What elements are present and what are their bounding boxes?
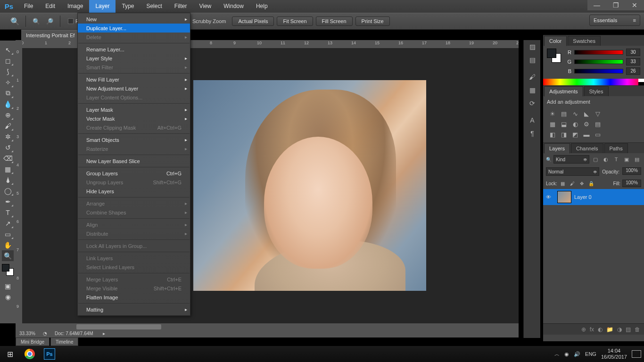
menu-layer[interactable]: Layer	[89, 0, 116, 13]
adj-photo-filter-icon[interactable]: ◐	[570, 119, 581, 129]
menuitem-vector-mask[interactable]: Vector Mask	[78, 114, 190, 123]
filter-shape-icon[interactable]: ▣	[622, 155, 631, 164]
menuitem-matting[interactable]: Matting	[78, 305, 190, 314]
tab-adjustments[interactable]: Adjustments	[544, 86, 583, 97]
adj-posterize-icon[interactable]: ◨	[558, 129, 570, 140]
character-panel-icon[interactable]: A	[524, 114, 541, 127]
brush-tool[interactable]: 🖌	[2, 120, 14, 131]
gradient-tool[interactable]: ▦	[2, 164, 14, 174]
adj-gradient-map-icon[interactable]: ▬	[581, 129, 592, 140]
adj-channel-mixer-icon[interactable]: ⚙	[581, 119, 592, 129]
type-tool[interactable]: T	[2, 207, 14, 218]
doc-info-arrow[interactable]: ▸	[99, 331, 109, 336]
clone-panel-icon[interactable]: ⟳	[524, 97, 541, 110]
tab-styles[interactable]: Styles	[584, 86, 609, 96]
fill-input[interactable]: 100%	[622, 180, 641, 187]
zoom-tool[interactable]: 🔍	[2, 250, 14, 261]
tab-swatches[interactable]: Swatches	[568, 36, 601, 46]
crop-tool[interactable]: ⧉	[2, 88, 14, 99]
bottom-tab-timeline[interactable]: Timeline	[50, 337, 78, 346]
shape-tool[interactable]: ▭	[2, 229, 14, 239]
brushes-panel-icon[interactable]: 🖌	[524, 70, 541, 83]
lock-transparent-icon[interactable]: ▦	[559, 180, 567, 187]
stamp-tool[interactable]: ✲	[2, 131, 14, 142]
bottom-tab-mini-bridge[interactable]: Mini Bridge	[16, 337, 50, 346]
marquee-tool[interactable]: ◻	[2, 55, 14, 66]
volume-icon[interactable]: 🔊	[574, 351, 580, 357]
color-swatches[interactable]	[2, 264, 14, 276]
layer-item[interactable]: 👁 Layer 0	[543, 189, 644, 205]
lock-all-icon[interactable]: 🔒	[587, 180, 595, 187]
hand-tool[interactable]: ✋	[2, 239, 14, 250]
layer-mask-icon[interactable]: ◐	[598, 326, 603, 333]
history-panel-icon[interactable]: ▨	[524, 40, 541, 53]
chrome-icon[interactable]	[20, 346, 40, 362]
opacity-input[interactable]: 100%	[622, 167, 641, 175]
healing-tool[interactable]: ⊕	[2, 109, 14, 120]
g-value[interactable]: 33	[626, 58, 640, 66]
notifications-icon[interactable]	[632, 350, 641, 358]
r-slider[interactable]	[574, 50, 623, 55]
filter-adjust-icon[interactable]: ◐	[602, 155, 610, 164]
menuitem-smart-objects[interactable]: Smart Objects	[78, 135, 190, 144]
wifi-icon[interactable]: ◉	[564, 351, 569, 357]
adj-curves-icon[interactable]: ∿	[570, 108, 581, 119]
paragraph-panel-icon[interactable]: ¶	[524, 127, 541, 140]
menuitem-flatten-image[interactable]: Flatten Image	[78, 293, 190, 302]
color-fg-bg[interactable]	[547, 49, 561, 63]
workspace-selector[interactable]: Essentials≡	[589, 15, 640, 26]
eyedropper-tool[interactable]: 💧	[2, 99, 14, 109]
adj-vibrance-icon[interactable]: ▽	[592, 108, 603, 119]
lock-position-icon[interactable]: ✥	[578, 180, 586, 187]
menuitem-rename-layer[interactable]: Rename Layer...	[78, 45, 190, 54]
actions-panel-icon[interactable]: ▤	[524, 53, 541, 66]
tab-channels[interactable]: Channels	[571, 143, 603, 153]
start-button[interactable]: ⊞	[0, 346, 20, 362]
layer-style-icon[interactable]: fx	[590, 326, 594, 333]
option-actual-pixels[interactable]: Actual Pixels	[232, 16, 274, 26]
color-spectrum[interactable]	[543, 79, 644, 85]
magic-wand-tool[interactable]: ✧	[2, 77, 14, 88]
filter-smart-icon[interactable]: ▤	[633, 155, 641, 164]
menuitem-new[interactable]: New	[78, 15, 190, 24]
option-print-size[interactable]: Print Size	[355, 16, 390, 26]
zoom-in-icon[interactable]: 🔍	[31, 16, 42, 27]
layer-thumbnail[interactable]	[557, 191, 571, 203]
language-indicator[interactable]: ENG	[585, 351, 596, 357]
blend-mode-select[interactable]: Normal≑	[546, 167, 599, 176]
r-value[interactable]: 30	[626, 49, 640, 56]
adj-bw-icon[interactable]: ⬓	[558, 119, 570, 129]
filter-pixel-icon[interactable]: ▢	[591, 155, 600, 164]
filter-type-icon[interactable]: T	[612, 155, 620, 164]
document-tab[interactable]: Interesting Portrait Ef	[21, 30, 79, 40]
menu-help[interactable]: Help	[250, 0, 274, 13]
menu-view[interactable]: View	[193, 0, 217, 13]
close-button[interactable]: ✕	[625, 0, 644, 10]
history-brush-tool[interactable]: ↺	[2, 142, 14, 153]
adj-color-lookup-icon[interactable]: ▤	[592, 119, 603, 129]
dodge-tool[interactable]: ◯	[2, 185, 14, 196]
menuitem-new-layer-based-slice[interactable]: New Layer Based Slice	[78, 156, 190, 165]
tab-layers[interactable]: Layers	[544, 143, 570, 154]
tray-chevron-icon[interactable]: ︿	[554, 351, 560, 358]
menu-window[interactable]: Window	[217, 0, 250, 13]
menuitem-duplicate-layer[interactable]: Duplicate Layer...	[78, 24, 190, 33]
menu-image[interactable]: Image	[61, 0, 89, 13]
ruler-vertical[interactable]: 0123456789	[16, 40, 22, 330]
menuitem-hide-layers[interactable]: Hide Layers	[78, 187, 190, 196]
tab-paths[interactable]: Paths	[604, 143, 628, 153]
lock-image-icon[interactable]: 🖌	[569, 180, 576, 187]
eraser-tool[interactable]: ⌫	[2, 153, 14, 164]
zoom-tool-icon[interactable]: 🔍	[8, 15, 22, 28]
brush-presets-icon[interactable]: ▦	[524, 83, 541, 97]
new-adjustment-icon[interactable]: ◑	[617, 326, 622, 333]
menu-type[interactable]: Type	[116, 0, 140, 13]
pen-tool[interactable]: ✒	[2, 196, 14, 207]
adj-hue-icon[interactable]: ▦	[547, 119, 558, 129]
adj-invert-icon[interactable]: ◧	[547, 129, 558, 140]
quickmask-icon[interactable]: ◉	[2, 291, 14, 302]
menuitem-layer-mask[interactable]: Layer Mask	[78, 105, 190, 114]
adj-threshold-icon[interactable]: ◩	[570, 129, 581, 140]
menuitem-new-adjustment-layer[interactable]: New Adjustment Layer	[78, 84, 190, 93]
move-tool[interactable]: ↖	[2, 44, 14, 55]
